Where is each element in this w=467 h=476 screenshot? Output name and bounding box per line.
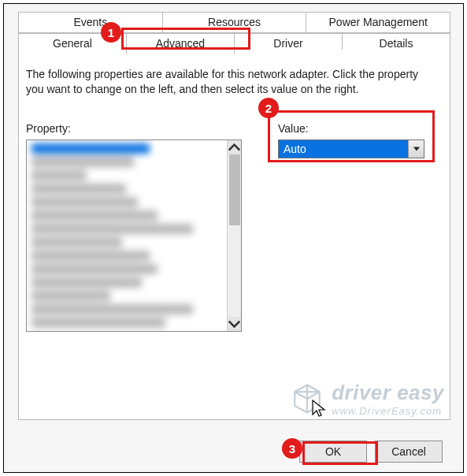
- tab-advanced[interactable]: Advanced: [126, 33, 235, 54]
- tab-power-management[interactable]: Power Management: [306, 12, 450, 33]
- value-label: Value:: [278, 122, 309, 135]
- value-combobox[interactable]: Auto: [278, 139, 424, 158]
- value-selected: Auto: [279, 140, 408, 158]
- scroll-up-icon[interactable]: [228, 140, 241, 154]
- property-label: Property:: [26, 122, 71, 135]
- tab-resources[interactable]: Resources: [162, 12, 307, 33]
- property-list-items: [32, 143, 221, 328]
- tab-strip: Events Resources Power Management Genera…: [18, 12, 450, 54]
- scroll-thumb[interactable]: [229, 154, 240, 225]
- tab-events[interactable]: Events: [18, 12, 163, 33]
- description-text: The following properties are available f…: [26, 67, 435, 97]
- chevron-down-icon[interactable]: [408, 140, 424, 158]
- dialog-button-bar: OK Cancel: [4, 441, 463, 463]
- cancel-button[interactable]: Cancel: [375, 441, 443, 463]
- properties-dialog: Events Resources Power Management Genera…: [3, 3, 464, 473]
- property-listbox[interactable]: [26, 139, 242, 332]
- property-scrollbar[interactable]: [227, 140, 241, 331]
- ok-button[interactable]: OK: [299, 441, 367, 463]
- scroll-down-icon[interactable]: [228, 317, 241, 331]
